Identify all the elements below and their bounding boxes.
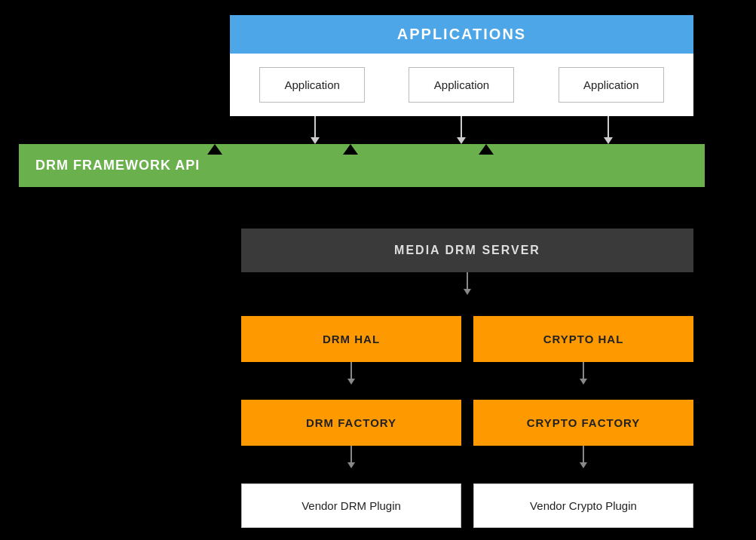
factory-head-1 [347,462,355,468]
head-3 [604,137,613,144]
hal-head-1 [347,379,355,385]
drm-framework-block: DRM FRAMEWORK API [19,144,705,187]
factory-shaft-1 [350,446,352,462]
hal-row: DRM HAL CRYPTO HAL [241,316,693,362]
vendor-row: Vendor DRM Plugin Vendor Crypto Plugin [241,483,693,528]
arrow-app3-down [556,116,661,144]
mid-gap [8,187,746,229]
crypto-hal-box: CRYPTO HAL [473,316,693,362]
shaft-1 [314,116,316,137]
head-2 [457,137,466,144]
drm-factory-box: DRM FACTORY [241,400,461,446]
vendor-drm-plugin-box: Vendor DRM Plugin [241,483,461,528]
hal-shaft-2 [583,362,584,379]
factory-arrows-row [241,446,693,468]
arrows-from-apps [230,116,693,144]
drm-hal-box: DRM HAL [241,316,461,362]
applications-block: APPLICATIONS Application Application App… [230,15,693,116]
drm-framework-label: DRM FRAMEWORK API [35,158,200,173]
factory-head-2 [580,462,587,468]
media-drm-arrow [241,272,693,295]
notch-3 [479,144,494,155]
shaft-3 [608,116,609,137]
notch-1 [207,144,222,155]
hal-head-2 [580,379,587,385]
diagram-wrapper: APPLICATIONS Application Application App… [8,15,746,528]
head-1 [311,137,320,144]
media-drm-arrow-down [464,272,471,295]
media-drm-shaft [467,272,468,289]
vendor-crypto-plugin-box: Vendor Crypto Plugin [473,483,693,528]
application-box-2: Application [409,67,514,103]
shaft-2 [461,116,462,137]
factory-arrow-1 [347,446,355,468]
arrow-app2-down [409,116,514,144]
application-box-3: Application [559,67,664,103]
hal-arrow-1 [347,362,355,385]
arrow-app1-down [262,116,368,144]
applications-header: APPLICATIONS [230,15,693,54]
notch-2 [343,144,358,155]
crypto-factory-box: CRYPTO FACTORY [473,400,693,446]
hal-arrow-col-2 [473,362,693,385]
applications-body: Application Application Application [230,54,693,116]
factory-shaft-2 [583,446,584,462]
media-drm-server: MEDIA DRM SERVER [241,229,693,272]
factory-arrow-col-1 [241,446,461,468]
media-drm-head [464,289,471,295]
hal-shaft-1 [350,362,352,379]
factory-row: DRM FACTORY CRYPTO FACTORY [241,400,693,446]
factory-arrow-col-2 [473,446,693,468]
factory-arrow-2 [580,446,587,468]
application-box-1: Application [259,67,365,103]
hal-arrows-row [241,362,693,385]
drm-framework-container: DRM FRAMEWORK API [19,144,705,187]
hal-arrow-col-1 [241,362,461,385]
hal-arrow-2 [580,362,587,385]
drm-up-arrows [207,144,494,155]
